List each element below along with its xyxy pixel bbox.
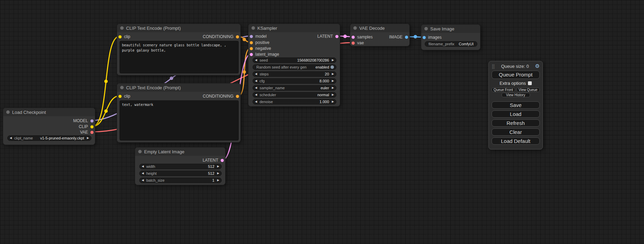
prompt-textarea[interactable]: text, watermark — [120, 100, 239, 141]
output-slot-latent[interactable]: LATENT — [203, 157, 224, 163]
widget-denoise[interactable]: ◀ denoise 1.000 ▶ — [253, 99, 336, 105]
collapse-dot[interactable] — [138, 150, 142, 153]
widget-seed[interactable]: ◀ seed 156680208700286 ▶ — [253, 57, 336, 63]
output-slot-conditioning[interactable]: CONDITIONING — [203, 93, 239, 99]
decrement-arrow-icon[interactable]: ◀ — [255, 87, 257, 89]
node-title-bar[interactable]: Empty Latent Image — [135, 147, 225, 156]
slot-dot[interactable] — [405, 36, 408, 39]
slot-dot[interactable] — [118, 35, 122, 38]
input-slot-samples[interactable]: samples — [352, 34, 373, 40]
node-load-checkpoint[interactable]: Load Checkpoint MODEL CLIP VAE ◀ ckpt_na… — [3, 108, 95, 145]
drag-handle-icon[interactable]: ⣿ — [492, 64, 495, 69]
increment-arrow-icon[interactable]: ▶ — [217, 179, 219, 182]
increment-arrow-icon[interactable]: ▶ — [332, 80, 334, 82]
decrement-arrow-icon[interactable]: ◀ — [255, 100, 257, 103]
widget-ckpt-name[interactable]: ◀ ckpt_name v1-5-pruned-emaonly.ckpt ▶ — [7, 135, 91, 141]
settings-gear-icon[interactable]: ⚙ — [535, 63, 540, 69]
output-slot-conditioning[interactable]: CONDITIONING — [203, 34, 239, 39]
input-slot-clip[interactable]: clip — [118, 93, 130, 99]
queue-front-button[interactable]: Queue Front — [492, 88, 515, 92]
view-history-button[interactable]: View History — [502, 93, 530, 97]
node-clip-text-encode-positive[interactable]: CLIP Text Encode (Prompt) clip CONDITION… — [117, 24, 241, 75]
node-ksampler[interactable]: KSampler model positive negative latent_… — [248, 24, 340, 107]
increment-arrow-icon[interactable]: ▶ — [332, 87, 334, 89]
node-title-bar[interactable]: KSampler — [248, 24, 340, 32]
slot-dot[interactable] — [352, 36, 355, 39]
output-slot-image[interactable]: IMAGE — [389, 34, 408, 40]
increment-arrow-icon[interactable]: ▶ — [87, 137, 89, 139]
collapse-dot[interactable] — [120, 86, 124, 89]
input-slot-clip[interactable]: clip — [118, 34, 130, 39]
collapse-dot[interactable] — [353, 26, 357, 30]
decrement-arrow-icon[interactable]: ◀ — [10, 137, 12, 139]
output-slot-latent[interactable]: LATENT — [317, 34, 338, 39]
widget-height[interactable]: ◀ height 512 ▶ — [139, 171, 222, 176]
decrement-arrow-icon[interactable]: ◀ — [142, 172, 144, 175]
decrement-arrow-icon[interactable]: ◀ — [255, 93, 257, 96]
save-button[interactable]: Save — [492, 101, 540, 109]
output-slot-model[interactable]: MODEL — [73, 118, 94, 124]
input-slot-positive[interactable]: positive — [250, 40, 270, 45]
decrement-arrow-icon[interactable]: ◀ — [142, 165, 144, 168]
node-vae-decode[interactable]: VAE Decode samples vae IMAGE — [350, 24, 410, 46]
slot-dot[interactable] — [250, 35, 253, 38]
prompt-textarea[interactable]: beautiful scenery nature glass bottle la… — [120, 41, 239, 73]
widget-steps[interactable]: ◀ steps 20 ▶ — [253, 71, 336, 77]
slot-dot[interactable] — [250, 41, 253, 44]
slot-dot[interactable] — [352, 42, 355, 45]
increment-arrow-icon[interactable]: ▶ — [332, 73, 334, 75]
widget-filename-prefix[interactable]: filename_prefix ComfyUI — [425, 41, 477, 47]
clear-button[interactable]: Clear — [492, 128, 540, 136]
collapse-dot[interactable] — [120, 26, 124, 30]
collapse-dot[interactable] — [252, 26, 255, 30]
decrement-arrow-icon[interactable]: ◀ — [255, 80, 257, 82]
decrement-arrow-icon[interactable]: ◀ — [255, 59, 257, 62]
node-graph-canvas[interactable]: Load Checkpoint MODEL CLIP VAE ◀ ckpt_na… — [0, 0, 644, 244]
node-title-bar[interactable]: CLIP Text Encode (Prompt) — [117, 83, 240, 92]
increment-arrow-icon[interactable]: ▶ — [217, 172, 219, 175]
increment-arrow-icon[interactable]: ▶ — [217, 165, 219, 168]
slot-dot[interactable] — [335, 35, 338, 38]
load-default-button[interactable]: Load Default — [492, 137, 540, 145]
slot-dot[interactable] — [236, 35, 239, 38]
node-save-image[interactable]: Save Image images filename_prefix ComfyU… — [421, 24, 480, 50]
widget-scheduler[interactable]: ◀ scheduler normal ▶ — [253, 92, 336, 98]
widget-width[interactable]: ◀ width 512 ▶ — [139, 164, 222, 169]
input-slot-images[interactable]: images — [423, 35, 442, 40]
node-title-bar[interactable]: Save Image — [421, 25, 480, 33]
increment-arrow-icon[interactable]: ▶ — [332, 100, 334, 103]
input-slot-negative[interactable]: negative — [250, 46, 271, 51]
slot-dot[interactable] — [236, 95, 239, 98]
queue-prompt-button[interactable]: Queue Prompt — [492, 71, 540, 79]
input-slot-latent-image[interactable]: latent_image — [250, 52, 279, 57]
slot-dot[interactable] — [250, 53, 253, 56]
collapse-dot[interactable] — [6, 110, 10, 114]
decrement-arrow-icon[interactable]: ◀ — [142, 179, 144, 182]
toggle-indicator[interactable] — [330, 65, 334, 69]
slot-dot[interactable] — [221, 159, 224, 162]
view-queue-button[interactable]: View Queue — [517, 88, 540, 92]
refresh-button[interactable]: Refresh — [492, 119, 540, 127]
decrement-arrow-icon[interactable]: ◀ — [255, 73, 257, 75]
slot-dot[interactable] — [250, 47, 253, 50]
input-slot-vae[interactable]: vae — [352, 40, 364, 46]
widget-random-seed-toggle[interactable]: Random seed after every gen enabled — [253, 64, 336, 70]
collapse-dot[interactable] — [424, 27, 428, 30]
node-empty-latent-image[interactable]: Empty Latent Image LATENT ◀ width 512 ▶ … — [135, 147, 226, 185]
slot-dot[interactable] — [90, 131, 94, 134]
input-slot-model[interactable]: model — [250, 34, 267, 39]
node-title-bar[interactable]: Load Checkpoint — [3, 108, 95, 116]
widget-batch-size[interactable]: ◀ batch_size 1 ▶ — [139, 178, 222, 183]
slot-dot[interactable] — [423, 36, 426, 39]
increment-arrow-icon[interactable]: ▶ — [332, 59, 334, 62]
node-title-bar[interactable]: CLIP Text Encode (Prompt) — [117, 24, 240, 32]
widget-cfg[interactable]: ◀ cfg 8.000 ▶ — [253, 78, 336, 84]
output-slot-clip[interactable]: CLIP — [79, 124, 94, 129]
slot-dot[interactable] — [90, 119, 94, 123]
extra-options-checkbox[interactable] — [528, 81, 532, 85]
output-slot-vae[interactable]: VAE — [80, 129, 94, 135]
node-title-bar[interactable]: VAE Decode — [350, 24, 409, 32]
slot-dot[interactable] — [90, 125, 94, 128]
increment-arrow-icon[interactable]: ▶ — [332, 93, 334, 96]
slot-dot[interactable] — [118, 95, 122, 98]
